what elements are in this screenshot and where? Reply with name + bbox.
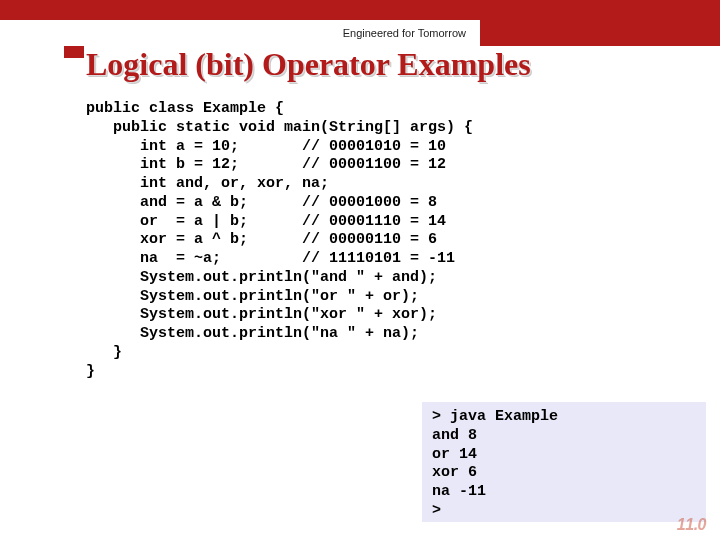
header-top-strip (0, 0, 720, 20)
slide-title: Logical (bit) Operator Examples (86, 46, 531, 83)
output-console: > java Example and 8 or 14 xor 6 na -11 … (422, 402, 706, 522)
title-accent-block (64, 46, 84, 58)
tagline-text: Engineered for Tomorrow (343, 27, 466, 39)
header-white-band: Engineered for Tomorrow (0, 20, 480, 46)
footer-logo-overlay: 11.0 (677, 516, 706, 534)
code-listing: public class Example { public static voi… (86, 100, 473, 381)
slide-container: Engineered for Tomorrow Logical (bit) Op… (0, 0, 720, 540)
